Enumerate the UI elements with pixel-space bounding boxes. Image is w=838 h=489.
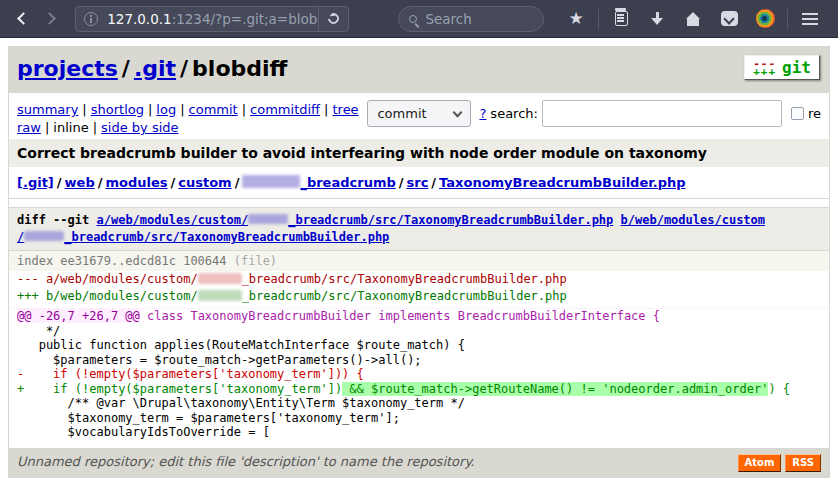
view-raw-link[interactable]: raw xyxy=(17,120,41,135)
url-path: :1234/?p=.git;a=blobdiff;f= xyxy=(172,11,319,27)
repo-description: Unnamed repository; edit this file 'desc… xyxy=(17,454,474,469)
diff-context-line: $vocabularyIdsToOverride = [ xyxy=(9,425,829,440)
diff-context-line: /** @var \Drupal\taxonomy\Entity\Term $t… xyxy=(9,396,829,411)
redacted-module-name xyxy=(198,273,242,284)
added-highlight: && $route_match->getRouteName() != 'node… xyxy=(342,382,768,396)
page-footer: Unnamed repository; edit this file 'desc… xyxy=(9,448,829,477)
header-separator: / xyxy=(122,56,130,81)
chevron-down-icon xyxy=(453,107,463,117)
nav-summary-link[interactable]: summary xyxy=(17,102,78,117)
browser-toolbar: 127.0.0.1:1234/?p=.git;a=blobdiff;f= Sea… xyxy=(0,0,838,38)
diff-added-line: + if (!empty($parameters['taxonomy_term'… xyxy=(9,382,829,397)
atom-feed-button[interactable]: Atom xyxy=(738,454,782,472)
page-header: projects/.git/blobdiff ---+++ git xyxy=(9,47,829,93)
diff-git-header: diff --git a/web/modules/custom/_breadcr… xyxy=(9,207,829,251)
diff-from-file-line: --- a/web/modules/custom/_breadcrumb/src… xyxy=(9,271,829,288)
toolbar-separator xyxy=(787,9,788,29)
nav-tree-link[interactable]: tree xyxy=(332,102,358,117)
reload-button[interactable] xyxy=(318,6,348,32)
path-src-link[interactable]: src xyxy=(407,175,429,190)
git-logo-diff-marks: ---+++ xyxy=(753,60,776,76)
forward-button[interactable] xyxy=(37,5,64,33)
back-icon xyxy=(17,12,30,25)
search-label: search: xyxy=(490,105,538,123)
path-file-link[interactable]: TaxonomyBreadcrumbBuilder.php xyxy=(439,175,686,190)
search-form: commit ? search: re xyxy=(367,100,821,127)
search-help-link[interactable]: ? xyxy=(479,105,486,123)
reload-icon xyxy=(326,11,341,26)
select-value: commit xyxy=(377,105,426,123)
search-placeholder: Search xyxy=(425,11,471,27)
avatar xyxy=(756,9,775,28)
gitweb-search-input[interactable] xyxy=(542,100,782,127)
breadcrumb: [.git]/web/modules/custom/_breadcrumb/sr… xyxy=(9,167,829,199)
nav-commitdiff-link[interactable]: commitdiff xyxy=(250,102,320,117)
pocket-button[interactable] xyxy=(714,4,744,34)
url-text: 127.0.0.1:1234/?p=.git;a=blobdiff;f= xyxy=(107,11,318,27)
diff-to-file-line: +++ b/web/modules/custom/_breadcrumb/src… xyxy=(9,288,829,305)
git-logo-button[interactable]: ---+++ git xyxy=(744,55,820,80)
nav-shortlog-link[interactable]: shortlog xyxy=(91,102,144,117)
commit-title[interactable]: Correct breadcrumb builder to avoid inte… xyxy=(9,139,829,167)
header-separator: / xyxy=(180,56,188,81)
path-web-link[interactable]: web xyxy=(65,175,95,190)
view-side-by-side-link[interactable]: side by side xyxy=(101,120,178,135)
diff-removed-line: - if (!empty($parameters['taxonomy_term'… xyxy=(9,367,829,382)
redacted-module-name xyxy=(198,290,242,301)
rss-feed-button[interactable]: RSS xyxy=(785,454,821,472)
diff-chunk-header: @@ -26,7 +26,7 @@ class TaxonomyBreadcru… xyxy=(9,308,829,324)
pocket-icon xyxy=(721,11,738,26)
page-action-title: blobdiff xyxy=(192,56,287,81)
url-bar[interactable]: 127.0.0.1:1234/?p=.git;a=blobdiff;f= xyxy=(75,6,349,32)
git-logo-text: git xyxy=(782,58,811,77)
path-modules-link[interactable]: modules xyxy=(105,175,167,190)
diff-context-line: public function applies(RouteMatchInterf… xyxy=(9,338,829,353)
forward-icon xyxy=(44,12,57,25)
diff-body: diff --git a/web/modules/custom/_breadcr… xyxy=(9,199,829,448)
diff-context-line: */ xyxy=(9,324,829,339)
library-icon xyxy=(615,11,628,26)
regexp-checkbox[interactable] xyxy=(791,107,804,120)
path-module-link[interactable]: _breadcrumb xyxy=(242,175,395,190)
browser-search-field[interactable]: Search xyxy=(398,6,544,32)
diff-index-line: index ee31679..edcd81c 100644 (file) xyxy=(9,251,829,271)
diff-a-file-link[interactable]: a/web/modules/custom/_breadcrumb/src/Tax… xyxy=(96,213,613,227)
path-root-link[interactable]: [.git] xyxy=(17,175,54,190)
redacted-module-name xyxy=(24,231,64,241)
redacted-module-name xyxy=(242,175,300,188)
repo-link[interactable]: .git xyxy=(134,56,176,81)
search-icon xyxy=(409,15,417,23)
nav-commit-link[interactable]: commit xyxy=(189,102,238,117)
projects-link[interactable]: projects xyxy=(17,56,118,81)
downloads-button[interactable] xyxy=(642,4,672,34)
download-icon xyxy=(650,12,664,26)
toolbar-separator xyxy=(598,9,599,29)
diff-context-line: $taxonomy_term = $parameters['taxonomy_t… xyxy=(9,411,829,426)
home-icon xyxy=(687,19,699,26)
regexp-label: re xyxy=(808,105,821,123)
hamburger-icon xyxy=(802,18,818,20)
nav-log-link[interactable]: log xyxy=(156,102,176,117)
star-icon: ★ xyxy=(568,10,583,27)
view-inline-current: inline xyxy=(53,120,88,135)
diff-context-line: $parameters = $route_match->getParameter… xyxy=(9,353,829,368)
chunk-info-link[interactable]: @@ -26,7 +26,7 @@ xyxy=(17,309,140,323)
toolbar-icons: ★ xyxy=(558,4,828,34)
bookmark-star-button[interactable]: ★ xyxy=(561,4,591,34)
library-button[interactable] xyxy=(606,4,636,34)
gitweb-page: projects/.git/blobdiff ---+++ git summar… xyxy=(8,46,830,478)
home-button[interactable] xyxy=(678,4,708,34)
account-button[interactable] xyxy=(750,4,780,34)
url-host: 127.0.0.1 xyxy=(107,11,171,27)
search-type-select[interactable]: commit xyxy=(367,100,471,127)
back-button[interactable] xyxy=(10,5,37,33)
page-nav: summary|shortlog|log|commit|commitdiff|t… xyxy=(9,93,829,139)
chunk-section: class TaxonomyBreadcrumbBuilder implemen… xyxy=(140,309,660,323)
site-info-icon[interactable] xyxy=(84,12,98,26)
redacted-module-name xyxy=(248,214,288,224)
path-custom-link[interactable]: custom xyxy=(178,175,231,190)
menu-button[interactable] xyxy=(795,4,825,34)
